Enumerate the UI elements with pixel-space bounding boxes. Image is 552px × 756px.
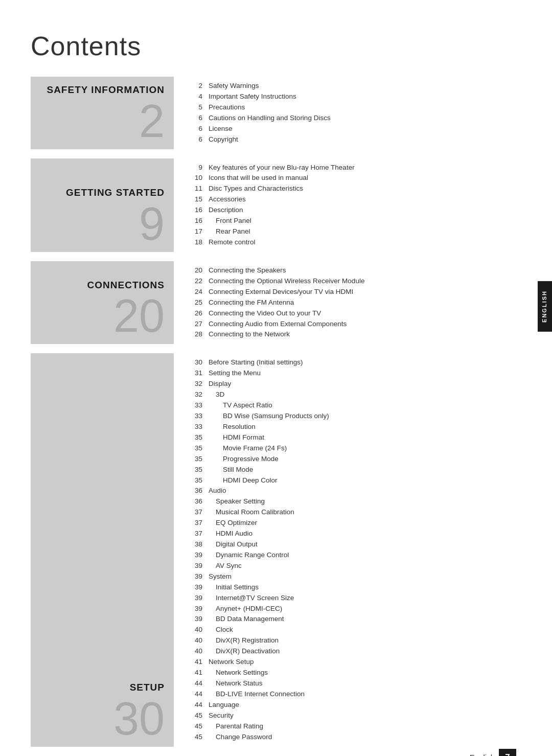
- section-left-getting-started: GETTING STARTED9: [31, 158, 174, 252]
- toc-page-number: 41: [188, 657, 202, 668]
- toc-entry: 45Change Password: [188, 732, 521, 743]
- toc-entry-text: Audio: [209, 486, 226, 496]
- toc-entry: 16Description: [188, 205, 521, 216]
- toc-entry: 39Internet@TV Screen Size: [188, 593, 521, 604]
- toc-entry: 35Still Mode: [188, 465, 521, 475]
- toc-page-number: 20: [188, 265, 202, 276]
- footer: English 7: [470, 749, 516, 756]
- toc-entry-text: Musical Room Calibration: [209, 507, 294, 518]
- toc-entry-text: Important Safety Instructions: [209, 91, 296, 102]
- section-right-setup: 30Before Starting (Initial settings)31Se…: [174, 353, 521, 746]
- toc-page-number: 18: [188, 237, 202, 248]
- section-left-setup: SETUP30: [31, 353, 174, 746]
- toc-entry-text: TV Aspect Ratio: [209, 400, 272, 411]
- toc-entry-text: BD Wise (Samsung Products only): [209, 411, 329, 422]
- toc-entry: 30Before Starting (Initial settings): [188, 357, 521, 368]
- footer-number: 7: [499, 749, 516, 756]
- toc-entry: 2Safety Warnings: [188, 81, 521, 91]
- toc-entry: 27Connecting Audio from External Compone…: [188, 319, 521, 330]
- toc-page-number: 44: [188, 678, 202, 689]
- toc-entry: 33TV Aspect Ratio: [188, 400, 521, 411]
- toc-entry: 41Network Setup: [188, 657, 521, 668]
- toc-entry: 39Initial Settings: [188, 582, 521, 593]
- toc-entry-text: License: [209, 124, 233, 134]
- section-right-getting-started: 9Key features of your new Blu-ray Home T…: [174, 158, 521, 252]
- toc-entry: 39Anynet+ (HDMI-CEC): [188, 604, 521, 614]
- page-content: Contents SAFETY INFORMATION22Safety Warn…: [0, 0, 552, 756]
- toc-entry-text: System: [209, 571, 232, 582]
- toc-entry: 44BD-LIVE Internet Connection: [188, 689, 521, 700]
- toc-entry-text: Setting the Menu: [209, 368, 261, 379]
- side-tab: ENGLISH: [538, 281, 552, 332]
- toc-page-number: 37: [188, 518, 202, 529]
- toc-list-getting-started: 9Key features of your new Blu-ray Home T…: [188, 163, 521, 248]
- toc-entry-text: Connecting Audio from External Component…: [209, 319, 347, 330]
- toc-entry-text: BD-LIVE Internet Connection: [209, 689, 305, 700]
- toc-page-number: 35: [188, 432, 202, 443]
- toc-page-number: 16: [188, 216, 202, 226]
- toc-entry-text: Cautions on Handling and Storing Discs: [209, 113, 331, 124]
- toc-page-number: 40: [188, 646, 202, 657]
- section-number-connections: 20: [113, 293, 165, 339]
- toc-entry: 323D: [188, 390, 521, 400]
- toc-entry: 25Connecting the FM Antenna: [188, 297, 521, 308]
- toc-entry: 33BD Wise (Samsung Products only): [188, 411, 521, 422]
- toc-entry-text: Progressive Mode: [209, 454, 279, 465]
- toc-page-number: 2: [188, 81, 202, 91]
- toc-entry: 11Disc Types and Characteristics: [188, 184, 521, 194]
- toc-entry-text: Disc Types and Characteristics: [209, 184, 303, 194]
- section-left-safety: SAFETY INFORMATION2: [31, 77, 174, 149]
- toc-page-number: 28: [188, 329, 202, 340]
- toc-entry-text: Key features of your new Blu-ray Home Th…: [209, 163, 355, 173]
- toc-entry-text: Rear Panel: [209, 226, 250, 237]
- toc-page-number: 17: [188, 226, 202, 237]
- toc-entry-text: Remote control: [209, 237, 256, 248]
- toc-entry-text: Internet@TV Screen Size: [209, 593, 294, 604]
- toc-entry: 40DivX(R) Registration: [188, 635, 521, 646]
- toc-page-number: 37: [188, 507, 202, 518]
- toc-entry: 40DivX(R) Deactivation: [188, 646, 521, 657]
- toc-entry: 36Audio: [188, 486, 521, 496]
- toc-entry: 41Network Settings: [188, 668, 521, 678]
- toc-entry-text: Connecting the Video Out to your TV: [209, 308, 321, 319]
- toc-entry: 5Precautions: [188, 102, 521, 113]
- toc-entry-text: EQ Optimizer: [209, 518, 257, 529]
- toc-entry-text: Accessories: [209, 194, 246, 205]
- toc-entry: 35Progressive Mode: [188, 454, 521, 465]
- toc-list-safety: 2Safety Warnings4Important Safety Instru…: [188, 81, 521, 145]
- toc-page-number: 38: [188, 539, 202, 550]
- section-title-safety: SAFETY INFORMATION: [47, 84, 165, 96]
- toc-page-number: 39: [188, 582, 202, 593]
- toc-entry-text: Digital Output: [209, 539, 258, 550]
- toc-page-number: 39: [188, 571, 202, 582]
- toc-entry: 35Movie Frame (24 Fs): [188, 443, 521, 454]
- toc-entry-text: Front Panel: [209, 216, 251, 226]
- toc-entry: 44Network Status: [188, 678, 521, 689]
- toc-entry: 36Speaker Setting: [188, 496, 521, 507]
- toc-entry: 45Parental Rating: [188, 721, 521, 732]
- toc-page-number: 24: [188, 287, 202, 297]
- section-title-setup: SETUP: [130, 682, 165, 694]
- toc-entry-text: Connecting the FM Antenna: [209, 297, 294, 308]
- toc-page-number: 40: [188, 635, 202, 646]
- toc-page-number: 4: [188, 91, 202, 102]
- toc-list-setup: 30Before Starting (Initial settings)31Se…: [188, 357, 521, 742]
- section-number-setup: 30: [113, 696, 165, 742]
- section-safety: SAFETY INFORMATION22Safety Warnings4Impo…: [31, 77, 521, 149]
- toc-entry: 35HDMI Format: [188, 432, 521, 443]
- toc-entry-text: DivX(R) Registration: [209, 635, 279, 646]
- toc-entry-text: Description: [209, 205, 243, 216]
- toc-entry-text: Anynet+ (HDMI-CEC): [209, 604, 282, 614]
- page-title: Contents: [31, 31, 521, 61]
- toc-entry: 40Clock: [188, 625, 521, 635]
- toc-entry: 37HDMI Audio: [188, 529, 521, 539]
- sections-container: SAFETY INFORMATION22Safety Warnings4Impo…: [31, 77, 521, 756]
- toc-entry-text: Connecting the Optional Wireless Receive…: [209, 276, 364, 287]
- toc-entry: 39System: [188, 571, 521, 582]
- section-connections: CONNECTIONS2020Connecting the Speakers22…: [31, 261, 521, 344]
- toc-entry-text: Parental Rating: [209, 721, 263, 732]
- toc-page-number: 37: [188, 529, 202, 539]
- toc-entry: 6Copyright: [188, 134, 521, 145]
- toc-entry: 39BD Data Management: [188, 614, 521, 625]
- toc-entry-text: DivX(R) Deactivation: [209, 646, 280, 657]
